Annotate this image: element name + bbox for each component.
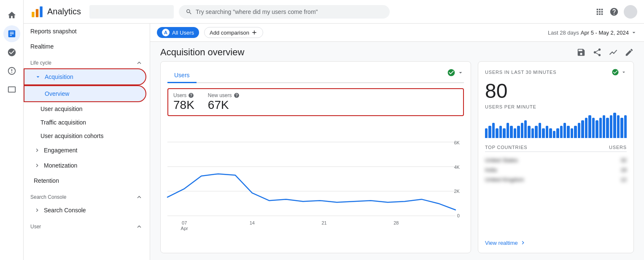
bar-item [560, 126, 563, 138]
bar-item [603, 115, 605, 138]
svg-rect-1 [36, 9, 38, 17]
bar-item [510, 126, 512, 138]
chevron-up-icon-sc [135, 193, 143, 201]
realtime-count: 80 [485, 79, 627, 103]
bar-item [521, 123, 523, 138]
page-title-row: Acquisition overview [150, 42, 644, 61]
checkmark-circle-icon [447, 68, 455, 77]
date-range[interactable]: Last 28 days Apr 5 - May 2, 2024 [548, 29, 637, 36]
bar-item [488, 126, 491, 138]
chevron-down-date-icon [631, 29, 637, 36]
all-users-chip[interactable]: A All Users [157, 27, 199, 38]
app-bar-right [595, 5, 637, 19]
bar-item [588, 115, 591, 138]
share-icon[interactable] [593, 48, 602, 57]
user-avatar[interactable] [624, 5, 637, 19]
add-icon [251, 29, 258, 36]
bar-item [507, 123, 509, 138]
sidebar-icons-panel [0, 0, 24, 260]
home-icon-btn[interactable] [3, 7, 20, 24]
svg-text:Apr: Apr [181, 226, 188, 231]
nav-overview[interactable]: Overview [24, 85, 146, 102]
chevron-right-icon-monetization [34, 162, 40, 169]
help-circle-icon[interactable] [188, 92, 194, 98]
realtime-section-title: USERS IN LAST 30 MINUTES [485, 70, 556, 75]
users-per-minute-chart [485, 113, 627, 138]
chart-card: Users Users 78K [160, 61, 471, 253]
main-content: A All Users Add comparison Last 28 days … [150, 24, 644, 260]
new-users-metric-label: New users [208, 92, 240, 98]
chevron-down-realtime-icon [621, 69, 627, 75]
nav-monetization[interactable]: Monetization [24, 158, 150, 173]
svg-text:21: 21 [321, 220, 326, 225]
line-chart-svg: 6K 4K 2K 0 07 [167, 123, 464, 246]
svg-text:0: 0 [457, 213, 460, 218]
content-area: Users Users 78K [150, 61, 644, 260]
global-search-box[interactable]: Try searching "where did my users come f… [179, 5, 390, 19]
bar-item [567, 126, 569, 138]
chart-tab-users[interactable]: Users [167, 68, 197, 83]
help-icon[interactable] [609, 7, 619, 16]
users-metric-label: Users [173, 92, 194, 98]
nav-search-console-header[interactable]: Search Console [24, 188, 150, 203]
realtime-users-label: USERS [609, 145, 627, 150]
bar-item [553, 131, 555, 138]
bar-item [620, 118, 623, 138]
nav-reports-snapshot[interactable]: Reports snapshot [24, 24, 150, 39]
ads-icon-btn[interactable] [3, 62, 20, 79]
bar-item [549, 128, 552, 138]
configure-icon-btn[interactable] [3, 81, 20, 98]
nav-retention[interactable]: Retention [24, 173, 150, 188]
bar-item [571, 128, 573, 138]
bar-item [535, 126, 537, 138]
bar-item [624, 115, 627, 138]
insights-icon[interactable] [609, 48, 618, 57]
realtime-check-dropdown[interactable] [612, 68, 627, 76]
grid-icon[interactable] [595, 7, 604, 16]
edit-icon[interactable] [625, 48, 634, 57]
nav-engagement[interactable]: Engagement [24, 143, 150, 158]
analytics-logo-icon [30, 5, 44, 19]
chevron-down-icon [35, 73, 41, 80]
bar-item [524, 120, 527, 138]
app-bar: Analytics Try searching "where did my us… [24, 0, 644, 24]
bar-item [595, 120, 598, 138]
bar-item [592, 118, 595, 138]
page-toolbar [577, 48, 634, 57]
explore-icon-btn[interactable] [3, 44, 20, 61]
bar-item [606, 118, 609, 138]
bar-item [617, 115, 620, 138]
chart-check-dropdown[interactable] [447, 68, 464, 77]
bar-item [581, 120, 584, 138]
reports-icon-btn[interactable] [3, 25, 20, 42]
nav-realtime[interactable]: Realtime [24, 39, 150, 54]
country-row-1: United States32 [485, 155, 627, 165]
nav-user-header[interactable]: User [24, 218, 150, 232]
date-range-label: Last 28 days [548, 30, 579, 36]
search-placeholder: Try searching "where did my users come f… [196, 8, 318, 15]
help-circle-new-users-icon[interactable] [234, 92, 240, 98]
add-comparison-chip[interactable]: Add comparison [204, 27, 263, 38]
nav-user-acquisition-cohorts[interactable]: User acquisition cohorts [24, 129, 150, 143]
nav-user-acquisition[interactable]: User acquisition [24, 102, 150, 116]
chevron-up-icon-user [135, 223, 143, 230]
nav-search-console-item[interactable]: Search Console [24, 203, 150, 218]
search-icon [186, 8, 192, 15]
bar-item [496, 128, 498, 138]
svg-rect-0 [32, 12, 34, 17]
page-title: Acquisition overview [160, 47, 244, 58]
chevron-right-icon-engagement [34, 147, 40, 154]
realtime-header-row: USERS IN LAST 30 MINUTES [485, 68, 627, 76]
all-users-label: All Users [172, 30, 194, 36]
arrow-right-icon [520, 239, 526, 246]
logo: Analytics [30, 5, 81, 19]
bar-item [528, 126, 530, 138]
nav-traffic-acquisition[interactable]: Traffic acquisition [24, 116, 150, 129]
bar-item [492, 123, 495, 138]
svg-text:6K: 6K [454, 140, 460, 145]
nav-acquisition[interactable]: Acquisition [24, 68, 146, 85]
save-report-icon[interactable] [577, 48, 586, 57]
nav-lifecycle-header[interactable]: Life cycle [24, 54, 150, 68]
view-realtime-link[interactable]: View realtime [485, 236, 627, 246]
svg-text:14: 14 [250, 220, 255, 225]
